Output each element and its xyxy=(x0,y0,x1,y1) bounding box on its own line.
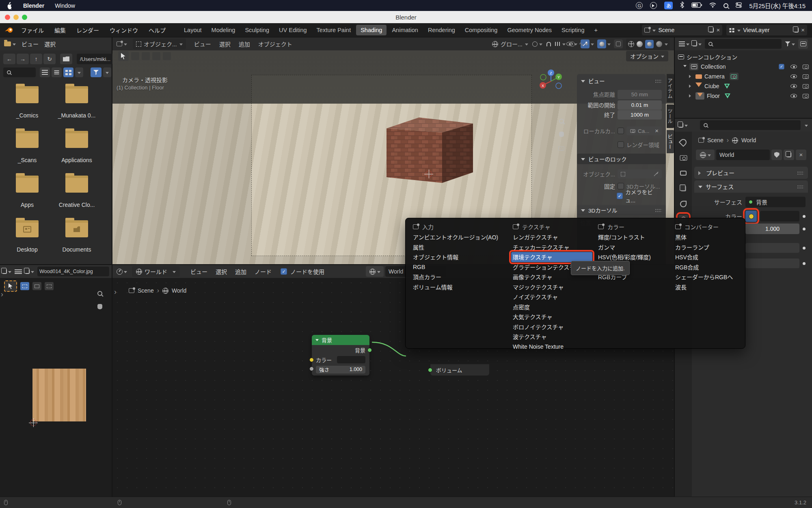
editor-type-button[interactable] xyxy=(679,41,689,46)
add-menu-item[interactable]: RGB合成 xyxy=(674,262,742,272)
editor-type-button[interactable] xyxy=(4,41,16,46)
outliner-row-collection[interactable]: Collection xyxy=(675,62,812,72)
viewport-menu-item[interactable]: オブジェクト xyxy=(258,40,292,48)
add-menu-item[interactable]: チェッカーテクスチャ xyxy=(511,242,592,252)
filter-button[interactable] xyxy=(91,67,102,77)
pivot-point-dropdown[interactable] xyxy=(532,41,542,47)
topbar-menu-item[interactable]: ヘルプ xyxy=(149,26,166,34)
tool-option-icon[interactable] xyxy=(142,52,150,60)
play-status-icon[interactable] xyxy=(650,2,657,9)
folder-item[interactable]: Creative Clo... xyxy=(53,176,101,220)
copy-datablock-button[interactable] xyxy=(784,150,794,160)
bluetooth-icon[interactable] xyxy=(680,2,684,9)
folder-item[interactable]: Apps xyxy=(3,176,51,220)
local-camera-checkbox[interactable] xyxy=(618,128,624,134)
add-menu-item[interactable]: 点密度 xyxy=(511,302,592,312)
render-visibility-icon[interactable] xyxy=(803,84,809,89)
view-panel-header[interactable]: ビュー xyxy=(581,76,662,85)
outliner-row-ciube[interactable]: Ciube xyxy=(675,81,812,91)
fake-user-button[interactable] xyxy=(771,150,782,160)
animate-dot[interactable] xyxy=(803,215,806,218)
workspace-tab[interactable]: Layout xyxy=(179,25,206,35)
outliner-search-input[interactable] xyxy=(705,39,782,49)
select-tool-button[interactable] xyxy=(4,280,17,292)
color-field[interactable] xyxy=(760,211,799,221)
folder-item[interactable]: Applications xyxy=(53,131,101,176)
mac-window-menu[interactable]: Window xyxy=(55,2,75,9)
render-visibility-icon[interactable] xyxy=(803,94,809,98)
hide-icon[interactable] xyxy=(790,94,797,98)
unlink-scene-icon[interactable] xyxy=(716,27,720,33)
new-scene-icon[interactable] xyxy=(709,28,714,33)
workspace-tab[interactable]: Scripting xyxy=(557,25,589,35)
filter-settings-dropdown[interactable] xyxy=(103,67,111,77)
blender-logo-icon[interactable] xyxy=(5,27,14,33)
close-window-button[interactable] xyxy=(5,15,10,20)
scene-selector[interactable]: Scene xyxy=(642,25,722,35)
add-menu-item[interactable]: アンビエントオクルージョン(AO) xyxy=(411,232,509,242)
clip-end-field[interactable]: 1000 m xyxy=(618,110,662,119)
properties-search-input[interactable] xyxy=(700,120,801,130)
output-socket[interactable] xyxy=(367,348,372,352)
outliner-filter-dropdown[interactable] xyxy=(785,41,795,47)
view-thumbnails-button[interactable] xyxy=(63,67,73,77)
viewport-menu-item[interactable]: ビュー xyxy=(194,40,211,48)
topbar-menu-item[interactable]: ウィンドウ xyxy=(110,26,138,34)
workspace-tab[interactable]: Rendering xyxy=(423,25,460,35)
nodeeditor-menu-item[interactable]: 追加 xyxy=(235,267,246,276)
add-menu-item[interactable]: 大気テクスチャ xyxy=(511,312,592,322)
view-list-detail-button[interactable] xyxy=(40,67,50,77)
select-subtract-button[interactable] xyxy=(45,282,54,290)
clip-start-field[interactable]: 0.01 m xyxy=(618,100,662,110)
select-box-button[interactable] xyxy=(20,282,29,290)
workspace-tab[interactable]: Animation xyxy=(387,25,422,35)
surface-panel-header[interactable]: サーフェス xyxy=(694,180,808,193)
breadcrumb-world[interactable]: World xyxy=(741,137,756,143)
image-name-field[interactable]: Wood014_4K_Color.jpg xyxy=(37,267,109,276)
workspace-tab[interactable]: Geometry Nodes xyxy=(503,25,556,35)
strength-socket[interactable] xyxy=(309,367,314,371)
world-output-node-partial[interactable]: ボリューム xyxy=(430,364,489,376)
zoom-window-button[interactable] xyxy=(22,15,27,20)
active-tool-button[interactable] xyxy=(118,51,129,61)
focal-length-field[interactable]: 50 mm xyxy=(618,90,662,99)
folder-item[interactable]: Documents xyxy=(53,220,101,265)
add-menu-item[interactable]: マジックテクスチャ xyxy=(511,282,592,292)
collection-checkbox[interactable] xyxy=(779,64,784,69)
properties-options-dropdown[interactable] xyxy=(805,125,808,128)
editor-type-button[interactable] xyxy=(117,41,127,46)
world-datablock-dropdown[interactable] xyxy=(366,266,384,277)
outliner-row-camera[interactable]: Camera xyxy=(675,72,812,81)
unlink-datablock-button[interactable] xyxy=(796,150,806,160)
surface-shader-field[interactable]: 背景 xyxy=(745,197,806,207)
proportional-falloff-dropdown[interactable]: ∿ xyxy=(579,41,589,47)
cursor-3d-panel-header[interactable]: 3Dカーソル xyxy=(577,205,666,215)
render-visibility-icon[interactable] xyxy=(803,74,809,79)
add-menu-item[interactable]: 波テクスチャ xyxy=(511,332,592,342)
editor-type-button[interactable] xyxy=(679,123,688,128)
folder-item[interactable]: _Munakata 0... xyxy=(53,86,101,131)
nav-up-button[interactable] xyxy=(30,54,42,64)
camera-to-view-checkbox[interactable] xyxy=(617,193,623,199)
create-folder-button[interactable] xyxy=(60,54,72,64)
remove-viewlayer-icon[interactable] xyxy=(801,27,805,33)
workspace-tab[interactable]: UV Editing xyxy=(274,25,311,35)
render-region-checkbox[interactable] xyxy=(618,141,624,148)
view-lock-panel-header[interactable]: ビューのロック xyxy=(577,154,666,164)
local-camera-field[interactable]: Ca... xyxy=(626,126,662,135)
topbar-menu-item[interactable]: ファイル xyxy=(21,26,44,34)
expand-region-arrow[interactable] xyxy=(1,290,3,299)
folder-item[interactable]: _Scans xyxy=(3,131,51,176)
topbar-menu-item[interactable]: 編集 xyxy=(54,26,66,34)
display-mode-dropdown[interactable] xyxy=(693,41,702,46)
add-menu-item[interactable]: ノイズテクスチャ xyxy=(511,292,592,302)
node-color-field[interactable] xyxy=(337,356,365,363)
nav-back-button[interactable] xyxy=(3,54,15,64)
image-datablock-dropdown[interactable] xyxy=(25,269,34,274)
nodeeditor-menu-item[interactable]: ビュー xyxy=(190,267,207,276)
tab-view-layer[interactable] xyxy=(678,184,688,193)
grammarly-icon[interactable]: G xyxy=(636,2,643,9)
transform-orientation-dropdown[interactable]: グロー... xyxy=(492,40,528,48)
options-dropdown[interactable]: オプション xyxy=(626,51,668,61)
strength-slider[interactable]: 強さ1.000 xyxy=(316,366,365,373)
